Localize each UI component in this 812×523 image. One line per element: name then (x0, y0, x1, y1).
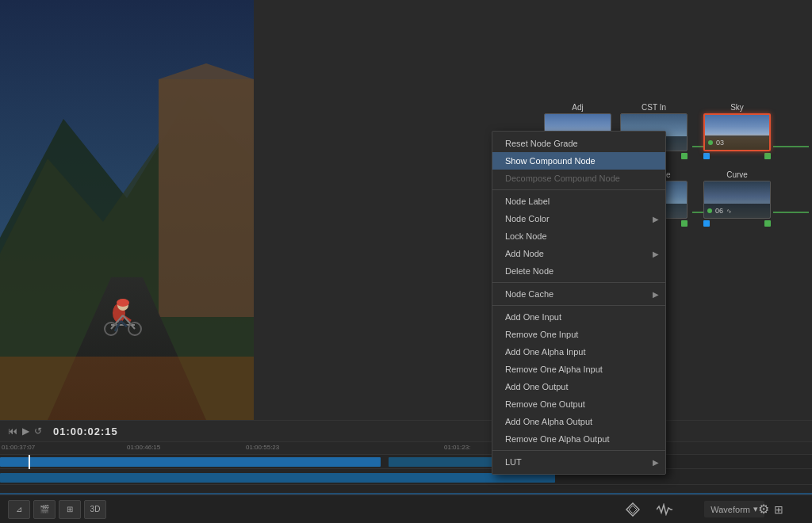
menu-divider-2 (492, 282, 665, 283)
playhead (29, 455, 30, 469)
menu-item-show-compound-node[interactable]: Show Compound Node (492, 152, 665, 170)
node-03-input[interactable] (703, 153, 710, 159)
node-06-output[interactable] (764, 220, 771, 227)
menu-item-remove-one-alpha-input[interactable]: Remove One Alpha Input (492, 361, 665, 378)
node-cache-chevron: ▶ (653, 290, 659, 299)
scope-settings-icon[interactable]: ⚙ (758, 502, 769, 517)
timestamp-3: 01:00:55:23 (246, 444, 279, 451)
node-03-box[interactable]: 03 (703, 113, 771, 151)
node-03-output[interactable] (764, 153, 771, 159)
timestamp-4: 01:01:23: (444, 444, 470, 451)
tb-btn-1[interactable]: ⊿ (8, 500, 30, 519)
node-03-label: Sky (730, 103, 744, 112)
menu-item-add-node[interactable]: Add Node ▶ (492, 245, 665, 262)
color-wheel-icon-btn[interactable] (620, 500, 645, 519)
timeline-transport-row: ⏮ ▶ ↺ 01:00:02:15 (0, 420, 812, 442)
scope-expand-icon[interactable]: ⊞ (774, 503, 783, 516)
play-icon[interactable]: ▶ (22, 426, 29, 437)
menu-item-add-one-output[interactable]: Add One Output (492, 378, 665, 395)
timeline-track-1 (0, 455, 812, 469)
lut-chevron: ▶ (653, 458, 659, 467)
node-06-label: Curve (726, 170, 748, 179)
waveform-graph-icon (657, 503, 672, 516)
scope-controls: ⚙ ⊞ (758, 502, 783, 517)
menu-item-add-one-alpha-input[interactable]: Add One Alpha Input (492, 343, 665, 361)
color-picker-icon (626, 502, 640, 517)
node-02-output[interactable] (681, 153, 688, 159)
timeline-clip-3[interactable] (0, 473, 555, 483)
skip-back-icon[interactable]: ⏮ (8, 426, 17, 437)
node-02-label: CST In (642, 103, 666, 112)
tb-icon-1: ⊿ (16, 505, 22, 513)
menu-item-decompose-compound-node[interactable]: Decompose Compound Node (492, 170, 665, 187)
tb-icon-2: 🎬 (40, 505, 49, 513)
menu-item-node-cache[interactable]: Node Cache ▶ (492, 285, 665, 303)
tb-btn-3[interactable]: ⊞ (59, 500, 81, 519)
timeline-ruler: 01:00:37:07 01:00:46:15 01:00:55:23 01:0… (0, 442, 812, 455)
menu-item-remove-one-input[interactable]: Remove One Input (492, 326, 665, 343)
loop-icon[interactable]: ↺ (34, 426, 42, 437)
node-05-output[interactable] (681, 220, 688, 227)
node-01-label: Adj (572, 103, 583, 112)
waveform-button[interactable]: Waveform ▾ (704, 501, 764, 517)
svg-marker-4 (159, 63, 254, 317)
timecode-display: 01:00:02:15 (53, 426, 118, 437)
node-06-input[interactable] (703, 220, 710, 227)
timeline-area: ⏮ ▶ ↺ 01:00:02:15 01:00:37:07 01:00:46:1… (0, 420, 812, 494)
menu-item-node-color[interactable]: Node Color ▶ (492, 210, 665, 227)
svg-rect-17 (0, 357, 254, 420)
menu-item-remove-one-output[interactable]: Remove One Output (492, 395, 665, 413)
menu-item-node-label[interactable]: Node Label (492, 193, 665, 210)
tb-btn-3d[interactable]: 3D (84, 500, 106, 519)
node-06-id: 06 (715, 207, 723, 215)
svg-point-8 (117, 299, 129, 307)
menu-item-add-one-input[interactable]: Add One Input (492, 308, 665, 326)
tb-btn-2[interactable]: 🎬 (33, 500, 56, 519)
menu-item-add-one-alpha-output[interactable]: Add One Alpha Output (492, 413, 665, 430)
waveform-label: Waveform (710, 505, 750, 514)
menu-item-lut[interactable]: LUT ▶ (492, 453, 665, 471)
node-06-box[interactable]: 06 ∿ (703, 181, 771, 219)
context-menu: Reset Node Grade Show Compound Node Deco… (492, 131, 666, 475)
node-06[interactable]: Curve 06 ∿ (703, 170, 771, 227)
timeline-tracks (0, 455, 812, 499)
menu-divider-1 (492, 189, 665, 190)
menu-item-reset-node-grade[interactable]: Reset Node Grade (492, 135, 665, 152)
add-node-chevron: ▶ (653, 250, 659, 258)
node-03[interactable]: Sky 03 (703, 103, 771, 159)
menu-item-lock-node[interactable]: Lock Node (492, 227, 665, 245)
node-editor-panel: Adj 01 CST In 02 (254, 0, 812, 420)
timeline-clip-1[interactable] (0, 457, 381, 467)
timestamp-1: 01:00:37:07 (2, 444, 35, 451)
tb-icon-3: ⊞ (67, 505, 73, 513)
node-color-chevron: ▶ (653, 215, 659, 223)
menu-item-remove-one-alpha-output[interactable]: Remove One Alpha Output (492, 430, 665, 448)
video-frame (0, 0, 254, 420)
scene-illustration (0, 0, 254, 420)
node-03-id: 03 (716, 139, 724, 147)
video-preview-panel (0, 0, 254, 420)
menu-divider-4 (492, 450, 665, 451)
timeline-track-2 (0, 471, 812, 485)
menu-divider-3 (492, 305, 665, 306)
menu-item-delete-node[interactable]: Delete Node (492, 262, 665, 280)
timestamp-2: 01:00:46:15 (127, 444, 160, 451)
tb-label-3d: 3D (90, 505, 101, 513)
waveform-icon-btn[interactable] (652, 500, 677, 519)
bottom-toolbar: ⊿ 🎬 ⊞ 3D Waveform ▾ ⚙ ⊞ (0, 494, 812, 523)
